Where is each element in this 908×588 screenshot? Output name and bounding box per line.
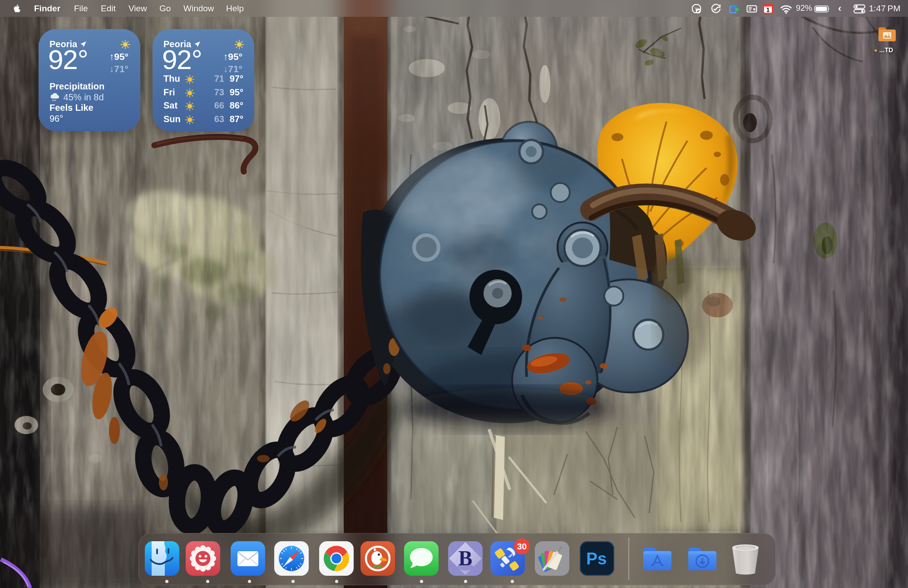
- svg-text:1: 1: [766, 6, 770, 13]
- svg-text:Ps: Ps: [586, 549, 607, 568]
- svg-text:B: B: [459, 547, 473, 570]
